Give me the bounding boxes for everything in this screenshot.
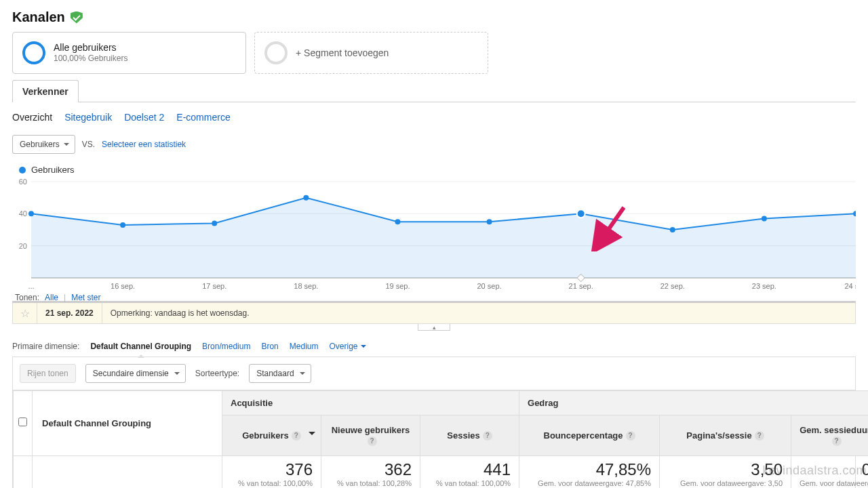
dimension-bron[interactable]: Bron xyxy=(261,342,278,351)
subnav-e-commerce[interactable]: E-commerce xyxy=(176,112,230,123)
legend-label: Gebruikers xyxy=(31,165,75,175)
column-dimension-name[interactable]: Default Channel Grouping xyxy=(33,391,222,456)
annotation-date: 21 sep. 2022 xyxy=(37,303,102,323)
svg-text:22 sep.: 22 sep. xyxy=(660,282,685,290)
subnav-overzicht[interactable]: Overzicht xyxy=(12,112,52,123)
line-chart[interactable]: 204060...16 sep.17 sep.18 sep.19 sep.20 … xyxy=(12,176,856,291)
annotation-filter-starred[interactable]: Met ster xyxy=(71,293,100,302)
select-all-checkbox[interactable] xyxy=(14,391,33,456)
legend-dot-icon xyxy=(19,167,26,174)
sort-type-label: Sorteertype: xyxy=(195,369,239,378)
column-sessies[interactable]: Sessies? xyxy=(420,415,519,456)
segment-add[interactable]: + Segment toevoegen xyxy=(254,32,488,74)
svg-text:24 sep: 24 sep xyxy=(844,282,856,290)
svg-point-7 xyxy=(28,211,34,216)
page-title: Kanalen xyxy=(12,9,65,25)
tab-verkenner[interactable]: Verkenner xyxy=(12,80,79,102)
svg-point-10 xyxy=(303,195,309,201)
svg-text:18 sep.: 18 sep. xyxy=(294,282,318,290)
dimension-active[interactable]: Default Channel Grouping xyxy=(90,342,191,351)
total-cell: 376% van totaal: 100,00% xyxy=(222,455,321,488)
svg-point-9 xyxy=(212,221,217,226)
column-group-gedrag: Gedrag xyxy=(519,391,868,415)
annotation-row[interactable]: ☆ 21 sep. 2022 Opmerking: vandaag is het… xyxy=(12,301,856,324)
help-icon[interactable]: ? xyxy=(832,436,842,446)
subnav-doelset-2[interactable]: Doelset 2 xyxy=(124,112,164,123)
help-icon[interactable]: ? xyxy=(626,431,635,441)
svg-text:60: 60 xyxy=(19,178,27,186)
subnav-sitegebruik[interactable]: Sitegebruik xyxy=(64,112,112,123)
svg-point-11 xyxy=(395,219,400,224)
segment-add-ring-icon xyxy=(264,41,288,64)
segment-title: Alle gebruikers xyxy=(54,41,127,54)
svg-text:20: 20 xyxy=(19,242,27,250)
vs-label: VS. xyxy=(82,140,95,149)
svg-text:40: 40 xyxy=(19,209,27,218)
total-cell: 441% van totaal: 100,00% xyxy=(420,455,519,488)
svg-point-15 xyxy=(670,227,675,232)
total-cell: 47,85%Gem. voor dataweergave: 47,85% xyxy=(519,455,660,488)
select-statistic-link[interactable]: Selecteer een statistiek xyxy=(102,140,186,149)
annotation-collapse-toggle[interactable]: ▴ xyxy=(418,324,450,331)
annotation-text: Opmerking: vandaag is het woensdag. xyxy=(102,303,258,323)
segment-add-label: + Segment toevoegen xyxy=(296,47,389,58)
verified-shield-icon xyxy=(71,12,83,24)
help-icon[interactable]: ? xyxy=(755,431,764,441)
svg-text:17 sep.: 17 sep. xyxy=(202,282,226,290)
svg-text:21 sep.: 21 sep. xyxy=(569,282,593,290)
sort-desc-icon xyxy=(309,432,315,439)
annotation-filter-all[interactable]: Alle xyxy=(45,293,58,302)
dimension-bron-medium[interactable]: Bron/medium xyxy=(202,342,250,351)
svg-point-8 xyxy=(120,222,125,228)
dimension-medium[interactable]: Medium xyxy=(290,342,319,351)
total-cell: 3,50Gem. voor dataweergave: 3,50 xyxy=(660,455,791,488)
column-gebruikers[interactable]: Gebruikers? xyxy=(222,415,321,456)
svg-point-16 xyxy=(762,216,767,221)
svg-text:19 sep.: 19 sep. xyxy=(385,282,410,290)
annotation-show-label: Tonen: xyxy=(15,293,39,302)
segment-active[interactable]: Alle gebruikers 100,00% Gebruikers xyxy=(12,32,246,74)
metric-primary-dropdown[interactable]: Gebruikers xyxy=(12,135,75,154)
secondary-dimension-dropdown[interactable]: Secundaire dimensie xyxy=(85,364,186,383)
svg-point-13 xyxy=(577,209,585,218)
rows-display-button: Rijen tonen xyxy=(20,364,76,383)
help-icon[interactable]: ? xyxy=(483,431,492,441)
svg-text:...: ... xyxy=(28,282,34,290)
column-bouncepercentage[interactable]: Bouncepercentage? xyxy=(519,415,660,456)
column-group-acquisitie: Acquisitie xyxy=(222,391,519,415)
svg-point-12 xyxy=(487,219,492,224)
segment-ring-icon xyxy=(22,41,45,64)
annotation-star-icon[interactable]: ☆ xyxy=(13,303,37,323)
svg-text:20 sep.: 20 sep. xyxy=(477,282,502,290)
sort-type-dropdown[interactable]: Standaard xyxy=(249,364,311,383)
primary-dimension-label: Primaire dimensie: xyxy=(12,342,79,351)
total-cell: 0Gem. voor dataweerg xyxy=(791,455,868,488)
help-icon[interactable]: ? xyxy=(368,436,377,446)
help-icon[interactable]: ? xyxy=(292,431,301,441)
dimension-overige-dropdown[interactable]: Overige xyxy=(329,342,366,351)
column-nieuwe-gebruikers[interactable]: Nieuwe gebruikers? xyxy=(321,415,420,456)
svg-text:16 sep.: 16 sep. xyxy=(111,282,135,290)
total-cell: 362% van totaal: 100,28% xyxy=(321,455,420,488)
column-pagina-s-sessie[interactable]: Pagina's/sessie? xyxy=(660,415,791,456)
column-gem-sessieduur[interactable]: Gem. sessieduur? xyxy=(791,415,868,456)
svg-text:23 sep.: 23 sep. xyxy=(752,282,776,290)
segment-subtitle: 100,00% Gebruikers xyxy=(54,54,127,64)
